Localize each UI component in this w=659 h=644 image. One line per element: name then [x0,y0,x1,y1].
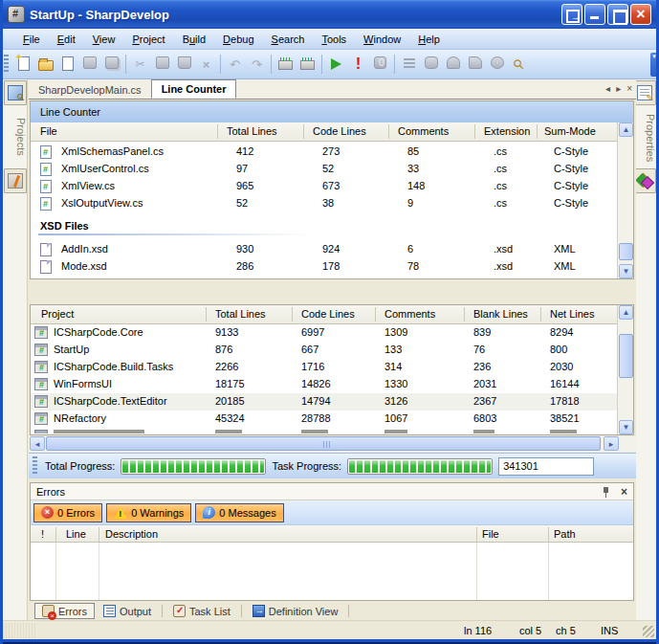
scroll-up-icon[interactable]: ▲ [619,122,633,137]
col-code-lines[interactable]: Code Lines [313,125,366,137]
new-file-icon[interactable] [12,54,34,75]
file-row[interactable]: XslOutputView.cs 52 38 9 .cs C-Style [40,195,614,212]
col-project[interactable]: Project [41,308,74,320]
scrollbar-thumb[interactable] [619,243,633,260]
file-row[interactable]: Mode.xsd 286 178 78 .xsd XML [40,258,614,276]
close-button[interactable] [630,4,651,25]
stop-icon[interactable] [369,54,391,75]
col-file[interactable]: File [482,528,499,540]
tab-scroll-right-icon[interactable]: ▸ [616,83,621,94]
tab-task-list[interactable]: Task List [166,604,237,618]
tab-line-counter[interactable]: Line Counter [151,79,237,99]
project-row[interactable]: WinFormsUI 18175 14826 1330 2031 16144 [31,376,618,393]
app-logo-icon[interactable] [8,6,25,23]
file-row[interactable]: XmlView.cs 965 673 148 .cs C-Style [40,178,614,195]
col-file[interactable]: File [40,125,57,137]
project-table-scrollbar[interactable]: ▲ ▼ [617,305,633,434]
col-total-lines[interactable]: Total Lines [227,125,277,137]
errors-filter-button[interactable]: × 0 Errors [33,503,102,522]
tab-sharpdevelopmain[interactable]: SharpDevelopMain.cs [29,81,151,99]
tab-errors[interactable]: Errors [34,603,95,619]
menu-debug[interactable]: Debug [215,32,261,47]
toolbox-pad-button[interactable] [633,168,656,193]
menu-file[interactable]: File [15,32,48,47]
file-table-scrollbar[interactable]: ▲ ▼ [617,122,633,278]
delete-icon[interactable] [195,54,217,75]
tab-output[interactable]: Output [97,604,158,618]
projects-pad-label[interactable]: Projects [3,106,27,167]
scroll-right-icon[interactable]: ▸ [604,436,619,451]
messages-filter-button[interactable]: i 0 Messages [195,503,283,522]
run-without-debug-icon[interactable] [347,54,369,75]
file-row[interactable]: AddIn.xsd 930 924 6 .xsd XML [40,241,614,258]
minimize-button[interactable] [584,4,605,25]
step-out-icon[interactable] [486,54,508,75]
col-code-lines[interactable]: Code Lines [301,308,355,320]
menu-help[interactable]: Help [410,32,448,47]
save-as-icon[interactable] [56,54,78,75]
menu-tools[interactable]: Tools [314,32,354,47]
col-net-lines[interactable]: Net Lines [550,308,594,320]
horizontal-scrollbar[interactable]: ◂ ▸ [29,436,636,452]
step-over-icon[interactable] [464,54,486,75]
build-icon[interactable] [275,54,297,75]
menu-window[interactable]: Window [356,32,408,47]
step-into-icon[interactable] [442,54,464,75]
statusstrip-grip[interactable] [33,456,37,476]
project-row-highlighted[interactable]: ICSharpCode.TextEditor 20185 14794 3126 … [31,393,618,411]
scroll-up-icon[interactable]: ▲ [619,305,633,320]
menu-build[interactable]: Build [175,32,213,47]
close-panel-icon[interactable]: × [621,485,627,499]
save-all-icon[interactable] [100,54,122,75]
show-output-icon[interactable] [398,54,420,75]
breakpoint-icon[interactable] [420,54,442,75]
col-extension[interactable]: Extension [484,125,530,137]
col-line[interactable]: Line [66,528,86,540]
save-icon[interactable] [78,54,100,75]
menu-project[interactable]: Project [124,32,172,47]
scroll-down-icon[interactable]: ▼ [619,420,633,434]
projects-pad-button[interactable] [4,80,27,105]
file-row[interactable]: XmlUserControl.cs 97 52 33 .cs C-Style [40,161,614,178]
menu-view[interactable]: View [85,32,123,47]
col-description[interactable]: Description [105,528,158,540]
resize-grip[interactable] [643,626,654,637]
build-all-icon[interactable] [297,54,319,75]
col-severity[interactable]: ! [41,528,44,540]
hscrollbar-thumb[interactable] [46,436,601,451]
undo-icon[interactable] [224,54,246,75]
warnings-filter-button[interactable]: 0 Warnings [106,503,191,522]
col-blank-lines[interactable]: Blank Lines [473,308,528,320]
maximize-button[interactable] [607,4,628,25]
search-icon[interactable] [508,54,530,75]
tab-scroll-left-icon[interactable]: ◂ [605,83,610,94]
project-row[interactable]: ICSharpCode.Build.Tasks 2266 1716 314 23… [31,359,618,376]
col-path[interactable]: Path [554,528,576,540]
file-row[interactable]: XmlSchemasPanel.cs 412 273 85 .cs C-Styl… [40,144,614,161]
scroll-down-icon[interactable]: ▼ [619,264,633,278]
scrollbar-thumb[interactable] [619,334,633,378]
tab-definition-view[interactable]: Definition View [246,604,345,618]
menu-edit[interactable]: Edit [50,32,83,47]
paste-icon[interactable] [173,54,195,75]
run-icon[interactable] [325,54,347,75]
col-sum-mode[interactable]: Sum-Mode [544,125,596,137]
toolbar-grip[interactable] [4,55,9,74]
window-special-button[interactable] [561,4,582,25]
col-total-lines[interactable]: Total Lines [215,308,266,320]
cut-icon[interactable] [129,54,151,75]
toolbar-overflow-chevron[interactable]: ▾ [650,53,658,77]
menu-search[interactable]: Search [264,32,313,47]
redo-icon[interactable] [246,54,268,75]
project-row[interactable]: NRefactory 45324 28788 1067 6803 38521 [31,411,618,428]
project-row[interactable]: ICSharpCode.Core 9133 6997 1309 839 8294 [31,324,618,342]
open-folder-icon[interactable] [34,54,56,75]
pin-icon[interactable] [602,486,611,498]
project-row[interactable]: StartUp 876 667 133 76 800 [31,342,618,359]
scroll-left-icon[interactable]: ◂ [30,436,45,451]
col-comments[interactable]: Comments [398,125,449,137]
tab-close-icon[interactable]: × [626,83,632,94]
tools-pad-button[interactable] [4,168,27,193]
copy-icon[interactable] [151,54,173,75]
col-comments[interactable]: Comments [384,308,435,320]
